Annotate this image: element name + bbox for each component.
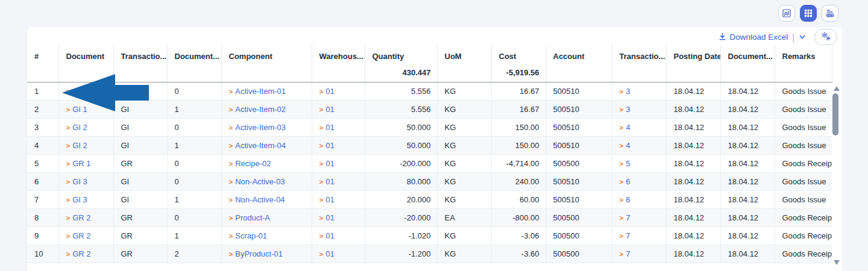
document-link[interactable]: GR 1 (72, 159, 90, 168)
component-link[interactable]: Active-Item-01 (235, 87, 286, 96)
column-header-doc_date[interactable]: Document... (720, 45, 775, 63)
document-link[interactable]: GI 2 (72, 123, 87, 132)
column-header-document[interactable]: Document (58, 45, 113, 63)
trans_id-link[interactable]: 7 (626, 249, 630, 258)
warehouse-link[interactable]: 01 (326, 177, 334, 186)
document-link[interactable]: GR 2 (72, 231, 90, 240)
cell-component[interactable]: >ByProduct-01 (221, 245, 312, 263)
warehouse-link[interactable]: 01 (326, 141, 334, 150)
component-link[interactable]: Scrap-01 (235, 231, 267, 240)
cell-component[interactable]: >Active-Item-04 (221, 136, 312, 154)
trans_id-link[interactable]: 4 (626, 141, 630, 150)
cell-trans_id[interactable]: >3 (612, 100, 666, 118)
trans_id-link[interactable]: 6 (626, 195, 630, 204)
cell-warehouse[interactable]: >01 (312, 208, 365, 226)
column-header-warehouse[interactable]: Warehous... (312, 45, 365, 63)
trans_id-link[interactable]: 7 (626, 213, 630, 222)
column-header-posting_date[interactable]: Posting Date (666, 45, 720, 63)
column-header-quantity[interactable]: Quantity (365, 45, 437, 63)
warehouse-link[interactable]: 01 (326, 195, 334, 204)
cell-warehouse[interactable]: >01 (312, 100, 365, 118)
cell-document[interactable]: >GI 2 (58, 136, 113, 154)
settings-button[interactable] (814, 29, 837, 45)
document-link[interactable]: GI 3 (72, 195, 87, 204)
cell-trans_id[interactable]: >6 (612, 190, 666, 208)
cell-warehouse[interactable]: >01 (312, 82, 365, 100)
scrollbar-thumb[interactable] (832, 93, 838, 136)
vertical-scrollbar[interactable] (832, 83, 841, 271)
cell-document[interactable]: >GR 2 (58, 226, 113, 245)
cell-document[interactable]: >GI 3 (58, 190, 113, 208)
cell-document[interactable]: >GI 1 (58, 100, 113, 118)
cell-trans_id[interactable]: >5 (612, 154, 666, 172)
cell-component[interactable]: >Active-Item-03 (221, 118, 312, 136)
cell-trans_id[interactable]: >4 (612, 136, 666, 154)
trans_id-link[interactable]: 6 (626, 177, 630, 186)
warehouse-link[interactable]: 01 (326, 231, 334, 240)
component-link[interactable]: Active-Item-04 (235, 141, 286, 150)
cell-warehouse[interactable]: >01 (312, 136, 365, 154)
warehouse-link[interactable]: 01 (326, 105, 334, 114)
component-link[interactable]: Active-Item-03 (235, 123, 286, 132)
chevron-down-icon[interactable] (799, 33, 806, 42)
download-excel-link[interactable]: Download Excel | (719, 33, 806, 42)
trans_id-link[interactable]: 5 (626, 159, 630, 168)
cell-trans_id[interactable]: >7 (612, 226, 666, 245)
cell-component[interactable]: >Active-Item-02 (221, 100, 312, 118)
warehouse-link[interactable]: 01 (326, 123, 334, 132)
table-view-button[interactable] (800, 5, 817, 22)
warehouse-link[interactable]: 01 (326, 159, 334, 168)
trans_id-link[interactable]: 3 (626, 87, 630, 96)
cell-document[interactable]: >GI 3 (58, 172, 113, 190)
cell-trans_id[interactable]: >7 (612, 245, 666, 263)
column-header-account[interactable]: Account (546, 45, 612, 63)
chart-view-button[interactable] (778, 5, 795, 22)
cell-warehouse[interactable]: >01 (312, 245, 365, 263)
cell-document[interactable]: >GR 2 (58, 208, 113, 226)
cell-document[interactable]: >GI 1 (58, 82, 113, 100)
component-link[interactable]: Product-A (235, 213, 270, 222)
cell-warehouse[interactable]: >01 (312, 226, 365, 245)
trans_id-link[interactable]: 4 (626, 123, 630, 132)
warehouse-link[interactable]: 01 (326, 249, 334, 258)
document-link[interactable]: GR 2 (72, 213, 90, 222)
document-link[interactable]: GI 1 (72, 105, 87, 114)
component-link[interactable]: Recipe-02 (235, 159, 271, 168)
scroll-down-arrow-icon[interactable] (834, 260, 840, 265)
cell-warehouse[interactable]: >01 (312, 190, 365, 208)
cell-document[interactable]: >GI 2 (58, 118, 113, 136)
cell-component[interactable]: >Non-Active-03 (221, 172, 312, 190)
column-header-uom[interactable]: UoM (437, 45, 491, 63)
cell-warehouse[interactable]: >01 (312, 172, 365, 190)
document-link[interactable]: GI 3 (72, 177, 87, 186)
warehouse-link[interactable]: 01 (326, 213, 334, 222)
cell-warehouse[interactable]: >01 (312, 154, 365, 172)
component-link[interactable]: ByProduct-01 (235, 249, 283, 258)
column-header-doc_item[interactable]: Document... (167, 45, 221, 63)
column-header-idx[interactable]: # (27, 45, 58, 63)
warehouse-link[interactable]: 01 (326, 87, 334, 96)
cell-component[interactable]: >Active-Item-01 (221, 82, 312, 100)
cell-trans_id[interactable]: >6 (612, 172, 666, 190)
component-link[interactable]: Active-Item-02 (235, 105, 286, 114)
document-link[interactable]: GI 1 (72, 87, 87, 96)
column-header-trans_id[interactable]: Transactio... (612, 45, 666, 63)
cell-component[interactable]: >Recipe-02 (221, 154, 312, 172)
scroll-up-arrow-icon[interactable] (834, 86, 840, 91)
cell-component[interactable]: >Product-A (221, 208, 312, 226)
trans_id-link[interactable]: 7 (626, 231, 630, 240)
column-header-remarks[interactable]: Remarks (775, 45, 832, 63)
cell-document[interactable]: >GR 2 (58, 245, 113, 263)
cell-trans_id[interactable]: >3 (612, 82, 666, 100)
cell-trans_id[interactable]: >4 (612, 118, 666, 136)
cell-component[interactable]: >Scrap-01 (221, 226, 312, 245)
document-link[interactable]: GI 2 (72, 141, 87, 150)
cell-component[interactable]: >Non-Active-04 (221, 190, 312, 208)
column-header-component[interactable]: Component (221, 45, 312, 63)
chart-table-view-button[interactable] (822, 5, 838, 22)
trans_id-link[interactable]: 3 (626, 105, 630, 114)
column-header-trans_type[interactable]: Transactio... (113, 45, 167, 63)
cell-warehouse[interactable]: >01 (312, 118, 365, 136)
document-link[interactable]: GR 2 (72, 249, 90, 258)
component-link[interactable]: Non-Active-04 (235, 195, 285, 204)
